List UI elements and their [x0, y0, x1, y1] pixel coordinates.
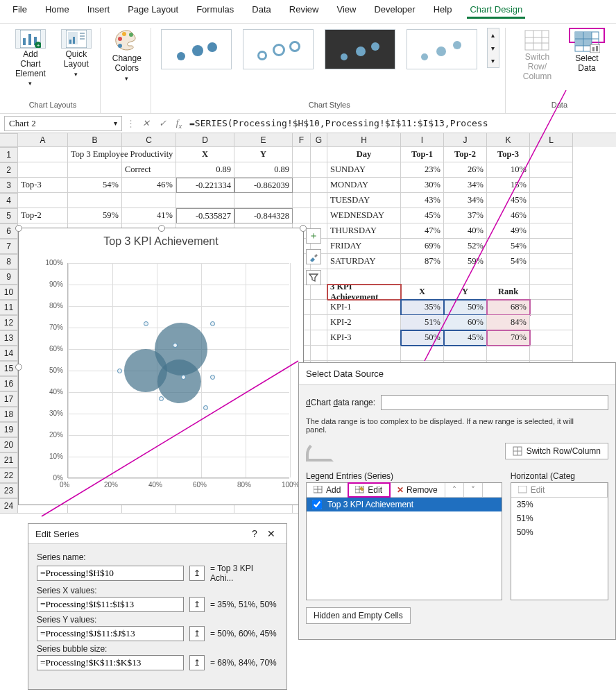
style-scroll-up[interactable]: ▴ — [488, 28, 499, 42]
cell-K1[interactable]: Top-3 — [487, 147, 530, 162]
fx-icon[interactable]: fx — [173, 117, 185, 130]
horiz-item[interactable]: 51% — [511, 511, 608, 525]
horizontal-edit-button[interactable]: Edit — [511, 483, 608, 497]
legend-series-checkbox[interactable] — [312, 500, 322, 509]
cell-F2[interactable] — [293, 162, 311, 178]
col-J[interactable]: J — [444, 133, 487, 147]
cell-B5[interactable]: 59% — [68, 208, 122, 223]
chart-handle[interactable] — [158, 225, 165, 232]
cell-H12[interactable]: KPI-2 — [327, 315, 401, 330]
cell-H7[interactable]: FRIDAY — [327, 239, 401, 254]
menu-developer[interactable]: Developer — [371, 3, 418, 19]
cell-H4[interactable]: TUESDAY — [327, 193, 401, 208]
cell-K6[interactable]: 49% — [487, 223, 530, 239]
menu-view[interactable]: View — [334, 3, 359, 19]
cell-L2[interactable] — [530, 162, 573, 178]
cell-L3[interactable] — [530, 178, 573, 193]
row-12[interactable]: 12 — [0, 315, 18, 330]
cell-I7[interactable]: 69% — [401, 239, 444, 254]
cell-H5[interactable]: WEDNESDAY — [327, 208, 401, 223]
row-18[interactable]: 18 — [0, 407, 18, 422]
legend-remove-button[interactable]: ✕ Remove — [390, 483, 445, 497]
cell-I1[interactable]: Top-1 — [401, 147, 444, 162]
embedded-chart[interactable]: Top 3 KPI Achievement 0%10%20%30%40%50%6… — [18, 228, 304, 505]
cell-E2[interactable]: 0.89 — [234, 162, 293, 178]
chart-brush-button[interactable] — [306, 249, 321, 264]
series-size-input[interactable] — [37, 655, 184, 670]
series-y-input[interactable] — [37, 626, 184, 641]
accept-formula-icon[interactable]: ✓ — [156, 118, 169, 129]
switch-row-column-dialog-button[interactable]: Switch Row/Column — [505, 443, 608, 459]
chevron-down-icon[interactable]: ▾ — [114, 119, 117, 127]
style-scroll-down[interactable]: ▾ — [488, 42, 499, 55]
cell-G1[interactable] — [311, 147, 327, 162]
cell-I5[interactable]: 45% — [401, 208, 444, 223]
col-F[interactable]: F — [293, 133, 311, 147]
cell-I11[interactable]: 35% — [401, 300, 444, 315]
cell-H6[interactable]: THURSDAY — [327, 223, 401, 239]
chart-filter-button[interactable] — [306, 270, 321, 285]
cell-K2[interactable]: 10% — [487, 162, 530, 178]
cell-L1[interactable] — [530, 147, 573, 162]
cell-J4[interactable]: 34% — [444, 193, 487, 208]
cell-A5[interactable]: Top-2 — [18, 208, 68, 223]
row-10[interactable]: 10 — [0, 285, 18, 300]
chart-plot-area[interactable]: 0%10%20%30%40%50%60%70%80%90%100%0%20%40… — [67, 263, 289, 478]
cell-H8[interactable]: SATURDAY — [327, 254, 401, 269]
cell-J2[interactable]: 26% — [444, 162, 487, 178]
legend-series-item[interactable]: Top 3 KPI Achievement — [307, 498, 502, 511]
cell-K8[interactable]: 54% — [487, 254, 530, 269]
cancel-formula-icon[interactable]: ✕ — [139, 118, 152, 129]
range-picker-icon[interactable]: ↥ — [189, 566, 205, 581]
range-picker-icon[interactable]: ↥ — [189, 597, 205, 612]
col-B[interactable]: B — [68, 133, 122, 147]
menu-file[interactable]: File — [10, 3, 30, 19]
close-icon[interactable]: ✕ — [263, 528, 280, 539]
cell-K11[interactable]: 68% — [487, 300, 530, 315]
series-name-input[interactable] — [37, 566, 184, 581]
cell-J6[interactable]: 40% — [444, 223, 487, 239]
row-22[interactable]: 22 — [0, 468, 18, 483]
cell-I6[interactable]: 47% — [401, 223, 444, 239]
col-H[interactable]: H — [327, 133, 401, 147]
change-colors-button[interactable]: Change Colors ▾ — [109, 28, 145, 43]
cell-I2[interactable]: 23% — [401, 162, 444, 178]
row-1[interactable]: 1 — [0, 147, 18, 162]
row-16[interactable]: 16 — [0, 376, 18, 391]
cell-J3[interactable]: 34% — [444, 178, 487, 193]
cell-G2[interactable] — [311, 162, 327, 178]
cell-A2[interactable] — [18, 162, 68, 178]
cell-K4[interactable]: 45% — [487, 193, 530, 208]
select-all-triangle[interactable] — [0, 133, 18, 147]
cell-K12[interactable]: 84% — [487, 315, 530, 330]
style-gallery-more[interactable]: ▾ — [488, 54, 499, 67]
cell-E3[interactable]: -0.862039 — [234, 178, 293, 193]
legend-move-down[interactable]: ˅ — [464, 483, 483, 497]
cell-F3[interactable] — [293, 178, 311, 193]
cell-H13[interactable]: KPI-3 — [327, 330, 401, 346]
menu-formulas[interactable]: Formulas — [194, 3, 237, 19]
horiz-item[interactable]: 35% — [511, 498, 608, 511]
cell-H1[interactable]: Day — [327, 147, 401, 162]
cell-H10[interactable]: 3 KPI Achievement — [327, 285, 401, 300]
cell-K7[interactable]: 54% — [487, 239, 530, 254]
col-I[interactable]: I — [401, 133, 444, 147]
row-13[interactable]: 13 — [0, 330, 18, 346]
row-24[interactable]: 24 — [0, 498, 18, 514]
legend-move-up[interactable]: ˄ — [445, 483, 464, 497]
horiz-item[interactable]: 50% — [511, 525, 608, 539]
cell-C3[interactable]: 46% — [122, 178, 176, 193]
row-19[interactable]: 19 — [0, 422, 18, 437]
row-20[interactable]: 20 — [0, 437, 18, 452]
cell-B3[interactable]: 54% — [68, 178, 122, 193]
cell-D2[interactable]: 0.89 — [176, 162, 234, 178]
row-14[interactable]: 14 — [0, 346, 18, 361]
cell-H2[interactable]: SUNDAY — [327, 162, 401, 178]
cell-J1[interactable]: Top-2 — [444, 147, 487, 162]
cell-I10[interactable]: X — [401, 285, 444, 300]
col-L[interactable]: L — [530, 133, 573, 147]
legend-add-button[interactable]: Add — [307, 483, 348, 497]
cell-D3[interactable]: -0.221334 — [176, 178, 234, 193]
row-4[interactable]: 4 — [0, 193, 18, 208]
cell-D1[interactable]: X — [176, 147, 234, 162]
